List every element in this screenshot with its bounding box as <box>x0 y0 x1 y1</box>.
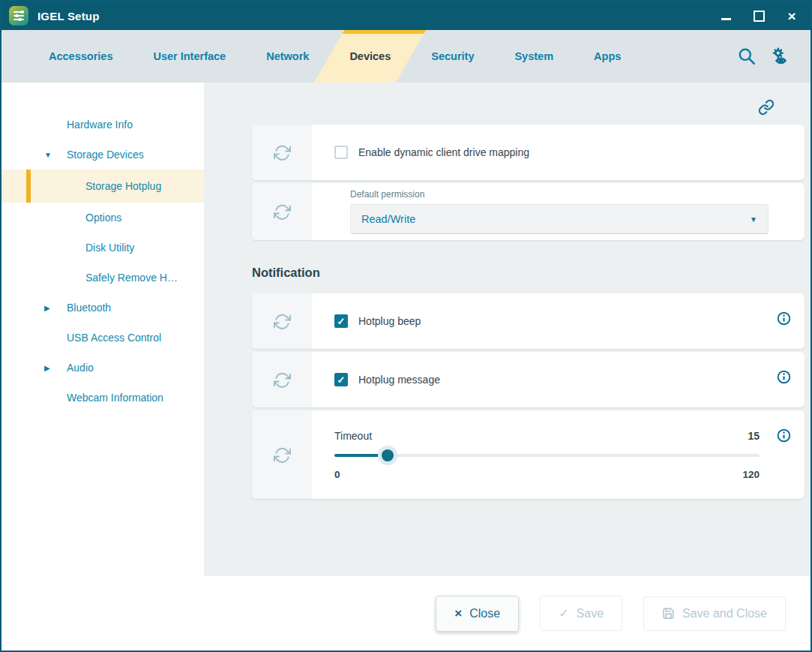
dynamic-mapping-checkbox[interactable] <box>334 146 348 159</box>
expand-closed-icon: ▶ <box>44 304 50 312</box>
setting-row-timeout: Timeout 15 0 120 <box>252 410 805 499</box>
app-body: Hardware Info ▼ Storage Devices Storage … <box>1 83 811 576</box>
tab-devices[interactable]: Devices <box>329 30 411 83</box>
default-permission-label: Default permission <box>334 189 769 200</box>
hotplug-beep-checkbox[interactable]: ✓ <box>334 314 348 328</box>
sidebar-item-usb-access-control[interactable]: USB Access Control <box>1 323 204 353</box>
footer-button-bar: × Close ✓ Save Save and Close <box>1 576 811 650</box>
setting-row-hotplug-message: ✓ Hotplug message <box>252 352 805 407</box>
close-button[interactable]: × Close <box>436 596 519 632</box>
sidebar-item-audio[interactable]: ▶ Audio <box>1 353 204 383</box>
minimize-icon[interactable] <box>718 8 734 24</box>
hotplug-beep-label: Hotplug beep <box>358 315 421 327</box>
sidebar-item-safely-remove[interactable]: Safely Remove H… <box>1 263 204 293</box>
setting-row-default-permission: Default permission Read/Write ▼ <box>252 183 805 240</box>
tab-system[interactable]: System <box>494 30 574 83</box>
tab-accessories[interactable]: Accessories <box>28 30 133 83</box>
tab-security[interactable]: Security <box>411 30 494 83</box>
tab-network[interactable]: Network <box>246 30 329 83</box>
timeout-value: 15 <box>748 430 760 442</box>
igel-app-logo-icon <box>9 6 28 26</box>
timeout-slider-track[interactable] <box>334 454 760 457</box>
default-permission-select[interactable]: Read/Write ▼ <box>350 204 769 234</box>
parameter-visibility-gear-eye-icon[interactable] <box>770 47 791 66</box>
hotplug-message-checkbox[interactable]: ✓ <box>334 373 348 386</box>
tab-apps[interactable]: Apps <box>574 30 641 83</box>
default-permission-value: Read/Write <box>361 213 415 225</box>
maximize-icon[interactable] <box>751 8 767 24</box>
settings-panel: Enable dynamic client drive mapping Defa… <box>204 83 811 576</box>
titlebar: IGEL Setup × <box>1 2 811 30</box>
hotplug-message-label: Hotplug message <box>358 374 440 386</box>
window-controls: × <box>718 8 800 24</box>
igel-setup-window: IGEL Setup × Accessories User Interface … <box>0 0 812 652</box>
reset-parameter-icon[interactable] <box>252 410 312 499</box>
search-icon[interactable] <box>737 47 757 66</box>
section-title-notification: Notification <box>252 243 805 293</box>
chevron-down-icon: ▼ <box>750 215 757 224</box>
sidebar-item-disk-utility[interactable]: Disk Utility <box>1 233 204 263</box>
setting-row-dynamic-mapping: Enable dynamic client drive mapping <box>252 125 805 180</box>
timeout-slider-fill <box>334 454 388 457</box>
sidebar-item-webcam-information[interactable]: Webcam Information <box>1 383 204 413</box>
info-icon[interactable] <box>777 311 791 329</box>
timeout-slider-thumb[interactable] <box>382 449 394 461</box>
expand-open-icon: ▼ <box>44 151 52 159</box>
reset-parameter-icon[interactable] <box>252 293 312 349</box>
sidebar-item-hardware-info[interactable]: Hardware Info <box>1 110 204 140</box>
timeout-label: Timeout <box>334 430 372 442</box>
sidebar-item-options[interactable]: Options <box>1 203 204 233</box>
reset-parameter-icon[interactable] <box>252 125 312 180</box>
link-parameters-icon[interactable] <box>758 99 775 119</box>
check-icon: ✓ <box>559 606 568 620</box>
reset-parameter-icon[interactable] <box>252 352 312 407</box>
info-icon[interactable] <box>777 370 791 387</box>
sidebar-navigation: Hardware Info ▼ Storage Devices Storage … <box>1 83 204 576</box>
tab-bar: Accessories User Interface Network Devic… <box>1 30 811 83</box>
timeout-max: 120 <box>742 469 760 480</box>
sidebar-item-storage-hotplug[interactable]: Storage Hotplug <box>1 170 204 203</box>
info-icon[interactable] <box>777 428 791 446</box>
window-title: IGEL Setup <box>37 10 100 23</box>
reset-parameter-icon[interactable] <box>252 183 312 240</box>
close-window-icon[interactable]: × <box>784 8 800 24</box>
expand-closed-icon: ▶ <box>44 364 50 372</box>
save-button[interactable]: ✓ Save <box>540 596 622 631</box>
sidebar-item-bluetooth[interactable]: ▶ Bluetooth <box>1 293 204 323</box>
sidebar-item-storage-devices[interactable]: ▼ Storage Devices <box>1 140 204 170</box>
timeout-min: 0 <box>334 469 340 480</box>
close-x-icon: × <box>454 606 462 621</box>
save-and-close-button[interactable]: Save and Close <box>643 596 786 631</box>
dynamic-mapping-label: Enable dynamic client drive mapping <box>358 146 529 158</box>
tab-user-interface[interactable]: User Interface <box>133 30 246 83</box>
setting-row-hotplug-beep: ✓ Hotplug beep <box>252 293 805 349</box>
save-floppy-icon <box>662 607 675 620</box>
